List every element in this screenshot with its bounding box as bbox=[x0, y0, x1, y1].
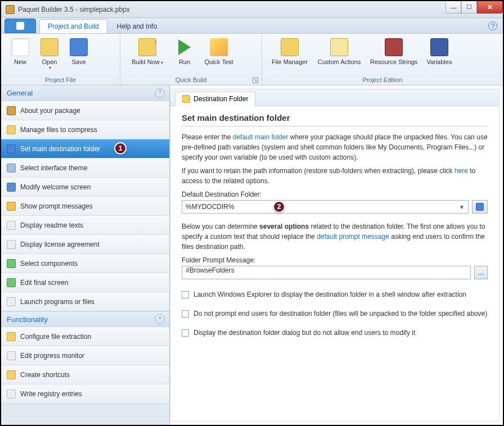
build-label: Build Now bbox=[132, 58, 160, 65]
save-button[interactable]: Save bbox=[64, 36, 93, 75]
annotation-badge-1: 1 bbox=[114, 142, 127, 155]
tab-help-info[interactable]: Help and Info bbox=[109, 19, 165, 33]
sidebar-item-select-components[interactable]: Select components bbox=[1, 254, 169, 273]
sidebar-section-label: General bbox=[7, 89, 33, 97]
sidebar-item-license-agreement[interactable]: Display license agreement bbox=[1, 235, 169, 254]
checkbox-label: Display the destination folder dialog bu… bbox=[194, 329, 415, 337]
resource-strings-button[interactable]: Resource Strings bbox=[366, 36, 422, 75]
title-bar: Paquet Builder 3.5 - simplepack.pbpx — ☐ bbox=[1, 1, 503, 18]
prompt-message-value: #BrowseFolders bbox=[186, 266, 235, 274]
sidebar-item-manage-files[interactable]: Manage files to compress bbox=[1, 120, 169, 139]
sidebar-item-label: Launch programs or files bbox=[20, 298, 94, 306]
sidebar-item-label: Display readme texts bbox=[20, 221, 83, 229]
chevron-down-icon: ▾ bbox=[161, 60, 163, 65]
checkbox-no-prompt[interactable] bbox=[182, 310, 189, 318]
extract-icon bbox=[7, 332, 16, 341]
file-manager-button[interactable]: File Manager bbox=[267, 36, 313, 75]
sidebar-section-functionality[interactable]: Functionality ˄ bbox=[1, 311, 169, 327]
content-panel: Destination Folder Set main destination … bbox=[170, 89, 500, 422]
sidebar-item-launch-programs[interactable]: Launch programs or files bbox=[1, 292, 169, 311]
sidebar-item-readme-texts[interactable]: Display readme texts bbox=[1, 216, 169, 235]
custom-actions-icon bbox=[330, 38, 348, 56]
content-tab-destination-folder[interactable]: Destination Folder bbox=[175, 92, 255, 106]
tab-project-build[interactable]: Project and Build bbox=[39, 19, 107, 33]
app-icon bbox=[6, 5, 15, 14]
link-default-prompt-message[interactable]: default prompt message bbox=[317, 233, 389, 241]
dest-folder-value: %MYDOCDIR% bbox=[186, 203, 235, 211]
sidebar-item-progress-monitor[interactable]: Edit progress monitor bbox=[1, 346, 169, 365]
build-icon bbox=[138, 38, 156, 56]
resource-strings-label: Resource Strings bbox=[370, 58, 417, 65]
checkbox-label: Do not prompt end users for destination … bbox=[194, 310, 487, 318]
group-quick-build: Quick Build↘ bbox=[120, 75, 262, 85]
sidebar-item-welcome-screen[interactable]: Modify welcome screen bbox=[1, 178, 169, 197]
package-icon bbox=[7, 106, 16, 115]
app-menu-button[interactable] bbox=[4, 19, 36, 33]
build-now-button[interactable]: Build Now▾ bbox=[125, 36, 170, 75]
sidebar: General ˄ About your package Manage file… bbox=[1, 85, 170, 425]
checkbox-readonly-dialog[interactable] bbox=[182, 329, 189, 337]
prompt-message-input[interactable]: #BrowseFolders bbox=[182, 266, 471, 279]
open-button[interactable]: Open▾ bbox=[35, 36, 64, 75]
page-title: Set main destination folder bbox=[182, 113, 488, 126]
prompt-browse-button[interactable]: … bbox=[474, 266, 488, 279]
shortcut-icon bbox=[7, 370, 16, 379]
variables-icon bbox=[430, 38, 448, 56]
sidebar-item-label: Display license agreement bbox=[20, 241, 100, 248]
dest-folder-combobox[interactable]: %MYDOCDIR% ▼ bbox=[182, 200, 469, 214]
save-label: Save bbox=[71, 58, 86, 65]
sidebar-item-prompt-messages[interactable]: Show prompt messages bbox=[1, 197, 169, 216]
sidebar-item-registry-entries[interactable]: Write registry entries bbox=[1, 384, 169, 404]
components-icon bbox=[7, 259, 16, 268]
expand-icon[interactable]: ↘ bbox=[253, 78, 258, 83]
open-folder-icon bbox=[40, 38, 58, 56]
new-button[interactable]: New bbox=[6, 36, 35, 75]
sidebar-item-about-package[interactable]: About your package bbox=[1, 101, 169, 120]
custom-actions-button[interactable]: Custom Actions bbox=[313, 36, 366, 75]
maximize-button[interactable]: ☐ bbox=[461, 1, 477, 13]
theme-icon bbox=[7, 164, 16, 173]
group-project-file: Project File bbox=[1, 75, 120, 85]
resource-strings-icon bbox=[385, 38, 403, 56]
sidebar-item-interface-theme[interactable]: Select interface theme bbox=[1, 158, 169, 178]
variables-button[interactable]: Variables bbox=[422, 36, 456, 75]
license-icon bbox=[7, 240, 16, 249]
sidebar-item-label: Select interface theme bbox=[20, 164, 87, 172]
ribbon-tabs: Project and Build Help and Info ? bbox=[1, 18, 503, 34]
run-button[interactable]: Run bbox=[170, 36, 199, 75]
sidebar-item-label: Edit progress monitor bbox=[20, 352, 84, 360]
checkbox-launch-explorer[interactable] bbox=[182, 291, 189, 298]
message-icon bbox=[7, 202, 16, 211]
sidebar-item-label: Configure file extraction bbox=[20, 333, 91, 341]
monitor-icon bbox=[7, 351, 16, 360]
registry-icon bbox=[7, 389, 16, 398]
sidebar-item-label: Write registry entries bbox=[20, 390, 82, 398]
app-menu-icon bbox=[16, 22, 24, 30]
collapse-icon[interactable]: ˄ bbox=[155, 88, 165, 98]
sidebar-item-create-shortcuts[interactable]: Create shortcuts bbox=[1, 365, 169, 384]
quick-test-button[interactable]: Quick Test bbox=[199, 36, 238, 75]
sidebar-item-label: Select components bbox=[20, 260, 78, 268]
sidebar-item-file-extraction[interactable]: Configure file extraction bbox=[1, 327, 169, 346]
sidebar-item-label: About your package bbox=[20, 107, 80, 115]
chevron-down-icon: ▾ bbox=[49, 65, 51, 70]
help-icon[interactable]: ? bbox=[488, 21, 497, 30]
sidebar-section-label: Functionality bbox=[7, 315, 48, 324]
minimize-button[interactable]: — bbox=[446, 1, 461, 13]
close-button[interactable] bbox=[477, 1, 503, 13]
quick-test-icon bbox=[210, 38, 228, 56]
link-here[interactable]: here bbox=[454, 167, 468, 175]
text-icon bbox=[7, 221, 16, 230]
collapse-icon[interactable]: ˄ bbox=[155, 314, 165, 324]
save-disk-icon bbox=[70, 38, 88, 56]
sidebar-item-label: Show prompt messages bbox=[20, 202, 93, 210]
quick-test-label: Quick Test bbox=[204, 58, 233, 65]
link-default-main-folder[interactable]: default main folder bbox=[233, 133, 289, 141]
sidebar-section-general[interactable]: General ˄ bbox=[1, 85, 169, 101]
sidebar-item-destination-folder[interactable]: Set main destination folder 1 bbox=[1, 139, 169, 158]
browse-variable-button[interactable] bbox=[472, 200, 488, 214]
options-text: Below you can determine several options … bbox=[182, 221, 488, 252]
sidebar-item-label: Edit final screen bbox=[20, 279, 68, 287]
sidebar-item-final-screen[interactable]: Edit final screen bbox=[1, 273, 169, 292]
file-manager-label: File Manager bbox=[272, 58, 308, 65]
